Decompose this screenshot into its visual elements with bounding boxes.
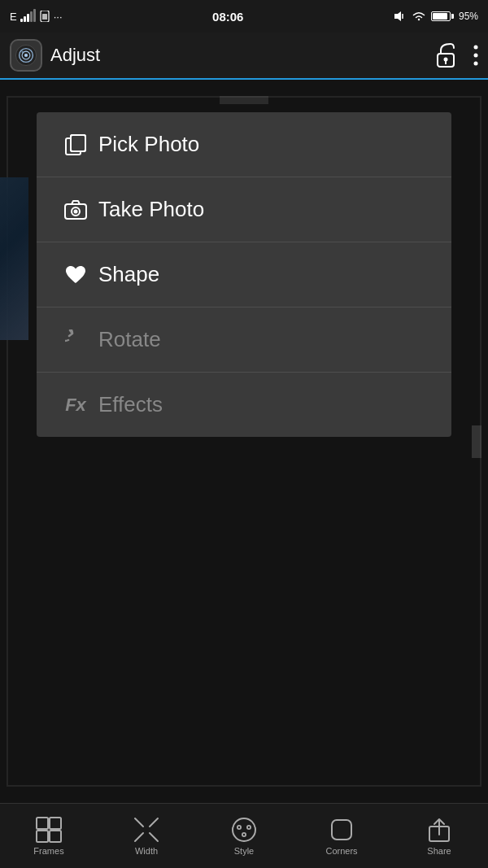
extra-dots: ··· bbox=[54, 11, 63, 23]
shape-label: Shape bbox=[98, 262, 159, 287]
frames-label: Frames bbox=[33, 846, 63, 856]
svg-line-28 bbox=[150, 833, 158, 841]
bottom-nav: Frames Width Style Corners bbox=[0, 803, 488, 868]
svg-rect-22 bbox=[50, 818, 61, 829]
share-icon bbox=[426, 817, 452, 843]
rotate-icon bbox=[63, 329, 89, 351]
carrier-label: E bbox=[10, 11, 17, 23]
svg-rect-1 bbox=[42, 14, 47, 20]
lock-icon[interactable] bbox=[434, 42, 457, 68]
menu-item-shape[interactable]: Shape bbox=[37, 242, 451, 308]
app-actions bbox=[434, 42, 478, 68]
share-label: Share bbox=[427, 846, 451, 856]
volume-icon bbox=[394, 11, 407, 22]
width-icon bbox=[133, 817, 159, 843]
svg-line-27 bbox=[150, 818, 158, 827]
more-icon[interactable] bbox=[473, 45, 478, 66]
frames-icon bbox=[36, 817, 62, 843]
menu-item-rotate[interactable]: Rotate bbox=[37, 308, 451, 373]
take-photo-label: Take Photo bbox=[98, 197, 204, 222]
app-bar: Adjust bbox=[0, 33, 488, 80]
nav-item-width[interactable]: Width bbox=[98, 817, 195, 856]
dropdown-menu: Pick Photo Take Photo Shape bbox=[37, 112, 451, 437]
style-icon bbox=[231, 817, 257, 843]
svg-point-20 bbox=[74, 209, 78, 213]
sim-icon bbox=[39, 11, 50, 22]
nav-item-share[interactable]: Share bbox=[390, 817, 488, 856]
width-label: Width bbox=[135, 846, 158, 856]
svg-point-34 bbox=[248, 826, 250, 827]
corners-label: Corners bbox=[325, 846, 357, 856]
app-icon bbox=[10, 39, 42, 72]
svg-marker-2 bbox=[394, 11, 401, 21]
svg-point-13 bbox=[474, 54, 478, 58]
svg-point-14 bbox=[474, 62, 478, 66]
signal-bars bbox=[20, 11, 36, 22]
nav-item-style[interactable]: Style bbox=[195, 817, 293, 856]
svg-rect-16 bbox=[71, 135, 85, 151]
svg-point-35 bbox=[243, 833, 245, 835]
take-photo-icon bbox=[63, 200, 89, 220]
svg-line-26 bbox=[135, 833, 143, 841]
svg-point-7 bbox=[24, 54, 28, 57]
nav-item-frames[interactable]: Frames bbox=[0, 817, 98, 856]
menu-item-take-photo[interactable]: Take Photo bbox=[37, 177, 451, 242]
battery-indicator bbox=[431, 11, 454, 21]
status-time: 08:06 bbox=[212, 10, 243, 24]
shape-icon bbox=[63, 265, 89, 285]
corners-icon bbox=[329, 817, 355, 843]
nav-item-corners[interactable]: Corners bbox=[293, 817, 390, 856]
effects-label: Effects bbox=[98, 392, 163, 417]
svg-point-33 bbox=[238, 826, 240, 827]
svg-point-8 bbox=[21, 50, 24, 53]
svg-point-10 bbox=[444, 58, 448, 62]
effects-icon: Fx bbox=[63, 395, 89, 416]
menu-item-effects[interactable]: Fx Effects bbox=[37, 373, 451, 437]
pick-photo-label: Pick Photo bbox=[98, 132, 199, 157]
svg-rect-23 bbox=[37, 831, 48, 842]
status-right: 95% bbox=[394, 11, 478, 22]
svg-rect-24 bbox=[50, 831, 61, 842]
status-left: E ··· bbox=[10, 11, 63, 23]
main-area: Pick Photo Take Photo Shape bbox=[0, 80, 488, 803]
pick-photo-icon bbox=[63, 134, 89, 155]
status-bar: E ··· 08:06 bbox=[0, 0, 488, 33]
svg-point-12 bbox=[474, 46, 478, 50]
style-label: Style bbox=[234, 846, 254, 856]
rotate-label: Rotate bbox=[98, 327, 161, 352]
battery-percent: 95% bbox=[459, 11, 478, 22]
menu-item-pick-photo[interactable]: Pick Photo bbox=[37, 112, 451, 177]
app-title: Adjust bbox=[50, 45, 434, 66]
wifi-icon bbox=[412, 11, 426, 22]
svg-point-29 bbox=[233, 818, 255, 841]
svg-rect-36 bbox=[332, 820, 351, 840]
svg-rect-21 bbox=[37, 818, 48, 829]
svg-line-25 bbox=[135, 818, 143, 827]
